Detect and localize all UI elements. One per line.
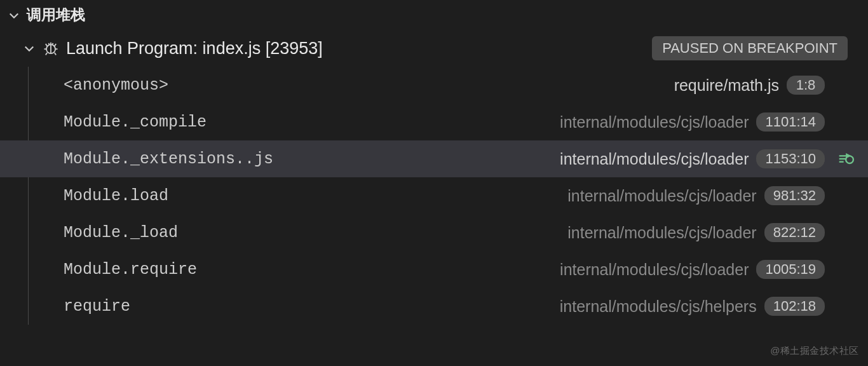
stack-frame[interactable]: Module._extensions..jsinternal/modules/c… (0, 140, 868, 177)
stack-frame[interactable]: Module.requireinternal/modules/cjs/loade… (0, 251, 868, 288)
callstack-section-header[interactable]: 调用堆栈 (0, 0, 868, 30)
frame-name: <anonymous> (64, 76, 168, 95)
section-title: 调用堆栈 (27, 5, 85, 25)
frame-source: internal/modules/cjs/loader (567, 224, 756, 242)
bug-icon (42, 39, 60, 57)
frame-name: require (64, 297, 130, 316)
frame-source: internal/modules/cjs/loader (567, 187, 756, 205)
stack-frame[interactable]: <anonymous>require/math.js1:8 (0, 67, 868, 104)
thread-header[interactable]: Launch Program: index.js [23953] PAUSED … (0, 30, 868, 67)
stack-frame[interactable]: Module._loadinternal/modules/cjs/loader8… (0, 214, 868, 251)
chevron-down-icon (23, 42, 36, 55)
frame-name: Module.require (64, 261, 197, 279)
frame-source: internal/modules/cjs/helpers (560, 297, 757, 316)
stack-frame[interactable]: requireinternal/modules/cjs/helpers102:1… (0, 288, 868, 325)
callstack-frames: <anonymous>require/math.js1:8Module._com… (0, 67, 868, 325)
watermark: @稀土掘金技术社区 (770, 345, 859, 357)
frame-location-badge: 981:32 (764, 186, 825, 205)
frame-location-badge: 1005:19 (756, 260, 825, 279)
restart-frame-icon[interactable] (835, 150, 855, 168)
frame-source: require/math.js (674, 76, 779, 95)
frame-name: Module._load (64, 224, 178, 242)
frame-location-badge: 822:12 (764, 223, 825, 242)
frame-source: internal/modules/cjs/loader (560, 261, 749, 279)
frame-location-badge: 1153:10 (756, 149, 825, 168)
frame-name: Module._extensions..js (64, 150, 273, 168)
frame-source: internal/modules/cjs/loader (560, 150, 749, 168)
stack-frame[interactable]: Module._compileinternal/modules/cjs/load… (0, 104, 868, 140)
stack-frame[interactable]: Module.loadinternal/modules/cjs/loader98… (0, 177, 868, 214)
frame-name: Module._compile (64, 113, 207, 132)
frame-location-badge: 102:18 (764, 297, 825, 316)
frame-name: Module.load (64, 187, 168, 205)
chevron-down-icon (8, 9, 20, 22)
thread-title: Launch Program: index.js [23953] (66, 39, 646, 58)
frame-location-badge: 1:8 (787, 76, 825, 95)
frame-source: internal/modules/cjs/loader (560, 113, 749, 132)
frame-location-badge: 1101:14 (756, 112, 825, 132)
pause-status-badge: PAUSED ON BREAKPOINT (652, 36, 848, 60)
